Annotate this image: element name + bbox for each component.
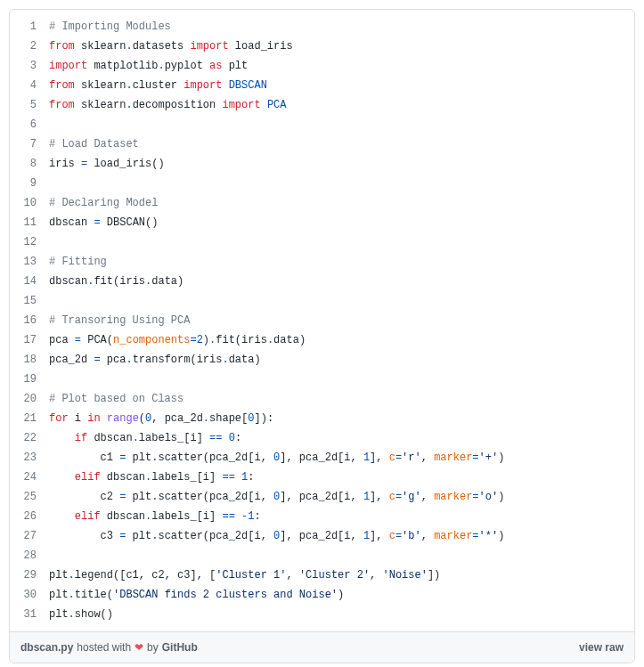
code-line[interactable]: 12 — [10, 232, 634, 252]
line-number[interactable]: 31 — [10, 605, 49, 631]
code-content[interactable] — [49, 370, 634, 389]
code-content[interactable]: from sklearn.datasets import load_iris — [49, 37, 634, 56]
code-line[interactable]: 2from sklearn.datasets import load_iris — [10, 37, 634, 56]
line-number[interactable]: 26 — [10, 507, 49, 526]
line-number[interactable]: 11 — [10, 213, 49, 232]
code-content[interactable]: elif dbscan.labels_[i] == -1: — [49, 507, 634, 526]
line-number[interactable]: 17 — [10, 330, 49, 350]
line-number[interactable]: 20 — [10, 389, 49, 409]
code-content[interactable]: # Importing Modules — [49, 10, 634, 37]
code-content[interactable]: from sklearn.decomposition import PCA — [49, 95, 634, 115]
code-content[interactable] — [49, 115, 634, 134]
code-line[interactable]: 17pca = PCA(n_components=2).fit(iris.dat… — [10, 330, 634, 350]
code-line[interactable]: 8iris = load_iris() — [10, 154, 634, 174]
line-number[interactable]: 29 — [10, 565, 49, 585]
line-number[interactable]: 4 — [10, 76, 49, 95]
code-content[interactable]: dbscan.fit(iris.data) — [49, 272, 634, 291]
line-number[interactable]: 30 — [10, 585, 49, 605]
line-number[interactable]: 21 — [10, 409, 49, 428]
code-content[interactable] — [49, 291, 634, 311]
code-content[interactable]: if dbscan.labels_[i] == 0: — [49, 428, 634, 448]
code-line[interactable]: 19 — [10, 370, 634, 389]
code-content[interactable]: elif dbscan.labels_[i] == 1: — [49, 468, 634, 487]
code-content[interactable]: iris = load_iris() — [49, 154, 634, 174]
heart-icon: ❤ — [135, 641, 143, 654]
code-content[interactable]: plt.title('DBSCAN finds 2 clusters and N… — [49, 585, 634, 605]
code-content[interactable] — [49, 174, 634, 193]
code-line[interactable]: 27 c3 = plt.scatter(pca_2d[i, 0], pca_2d… — [10, 526, 634, 546]
code-line[interactable]: 30plt.title('DBSCAN finds 2 clusters and… — [10, 585, 634, 605]
code-content[interactable]: # Plot based on Class — [49, 389, 634, 409]
line-number[interactable]: 19 — [10, 370, 49, 389]
code-block[interactable]: 1# Importing Modules2from sklearn.datase… — [10, 10, 634, 631]
line-number[interactable]: 5 — [10, 95, 49, 115]
line-number[interactable]: 7 — [10, 134, 49, 154]
code-line[interactable]: 1# Importing Modules — [10, 10, 634, 37]
code-line[interactable]: 29plt.legend([c1, c2, c3], ['Cluster 1',… — [10, 565, 634, 585]
line-number[interactable]: 25 — [10, 487, 49, 507]
code-line[interactable]: 13# Fitting — [10, 252, 634, 272]
line-number[interactable]: 16 — [10, 311, 49, 330]
code-content[interactable] — [49, 232, 634, 252]
code-line[interactable]: 25 c2 = plt.scatter(pca_2d[i, 0], pca_2d… — [10, 487, 634, 507]
code-content[interactable]: pca = PCA(n_components=2).fit(iris.data) — [49, 330, 634, 350]
line-number[interactable]: 3 — [10, 56, 49, 76]
line-number[interactable]: 10 — [10, 193, 49, 213]
view-raw-link[interactable]: view raw — [579, 641, 624, 654]
line-number[interactable]: 28 — [10, 546, 49, 565]
code-line[interactable]: 28 — [10, 546, 634, 565]
code-content[interactable]: # Transoring Using PCA — [49, 311, 634, 330]
line-number[interactable]: 14 — [10, 272, 49, 291]
line-number[interactable]: 1 — [10, 10, 49, 37]
code-line[interactable]: 20# Plot based on Class — [10, 389, 634, 409]
line-number[interactable]: 12 — [10, 232, 49, 252]
line-number[interactable]: 27 — [10, 526, 49, 546]
code-content[interactable]: # Load Dataset — [49, 134, 634, 154]
gist-filename-link[interactable]: dbscan.py — [20, 641, 73, 654]
line-number[interactable]: 22 — [10, 428, 49, 448]
code-content[interactable]: # Declaring Model — [49, 193, 634, 213]
gist-meta-left: dbscan.py hosted with ❤ by GitHub — [20, 641, 198, 654]
line-number[interactable]: 13 — [10, 252, 49, 272]
code-line[interactable]: 7# Load Dataset — [10, 134, 634, 154]
code-line[interactable]: 3import matplotlib.pyplot as plt — [10, 56, 634, 76]
code-content[interactable]: pca_2d = pca.transform(iris.data) — [49, 350, 634, 370]
code-line[interactable]: 9 — [10, 174, 634, 193]
code-content[interactable]: c3 = plt.scatter(pca_2d[i, 0], pca_2d[i,… — [49, 526, 634, 546]
line-number[interactable]: 15 — [10, 291, 49, 311]
code-line[interactable]: 24 elif dbscan.labels_[i] == 1: — [10, 468, 634, 487]
code-line[interactable]: 15 — [10, 291, 634, 311]
code-line[interactable]: 16# Transoring Using PCA — [10, 311, 634, 330]
code-line[interactable]: 21for i in range(0, pca_2d.shape[0]): — [10, 409, 634, 428]
code-line[interactable]: 4from sklearn.cluster import DBSCAN — [10, 76, 634, 95]
code-content[interactable]: # Fitting — [49, 252, 634, 272]
line-number[interactable]: 9 — [10, 174, 49, 193]
line-number[interactable]: 24 — [10, 468, 49, 487]
code-content[interactable]: plt.legend([c1, c2, c3], ['Cluster 1', '… — [49, 565, 634, 585]
line-number[interactable]: 23 — [10, 448, 49, 468]
line-number[interactable]: 8 — [10, 154, 49, 174]
line-number[interactable]: 18 — [10, 350, 49, 370]
code-content[interactable]: c1 = plt.scatter(pca_2d[i, 0], pca_2d[i,… — [49, 448, 634, 468]
code-content[interactable]: for i in range(0, pca_2d.shape[0]): — [49, 409, 634, 428]
code-line[interactable]: 6 — [10, 115, 634, 134]
line-number[interactable]: 2 — [10, 37, 49, 56]
hosted-text: hosted with — [77, 641, 131, 654]
line-number[interactable]: 6 — [10, 115, 49, 134]
code-line[interactable]: 22 if dbscan.labels_[i] == 0: — [10, 428, 634, 448]
code-line[interactable]: 5from sklearn.decomposition import PCA — [10, 95, 634, 115]
code-line[interactable]: 18pca_2d = pca.transform(iris.data) — [10, 350, 634, 370]
github-link[interactable]: GitHub — [162, 641, 198, 654]
code-line[interactable]: 31plt.show() — [10, 605, 634, 631]
code-line[interactable]: 23 c1 = plt.scatter(pca_2d[i, 0], pca_2d… — [10, 448, 634, 468]
code-content[interactable] — [49, 546, 634, 565]
code-line[interactable]: 26 elif dbscan.labels_[i] == -1: — [10, 507, 634, 526]
code-line[interactable]: 14dbscan.fit(iris.data) — [10, 272, 634, 291]
code-content[interactable]: dbscan = DBSCAN() — [49, 213, 634, 232]
code-line[interactable]: 11dbscan = DBSCAN() — [10, 213, 634, 232]
code-content[interactable]: import matplotlib.pyplot as plt — [49, 56, 634, 76]
code-content[interactable]: plt.show() — [49, 605, 634, 631]
code-content[interactable]: from sklearn.cluster import DBSCAN — [49, 76, 634, 95]
code-line[interactable]: 10# Declaring Model — [10, 193, 634, 213]
code-content[interactable]: c2 = plt.scatter(pca_2d[i, 0], pca_2d[i,… — [49, 487, 634, 507]
